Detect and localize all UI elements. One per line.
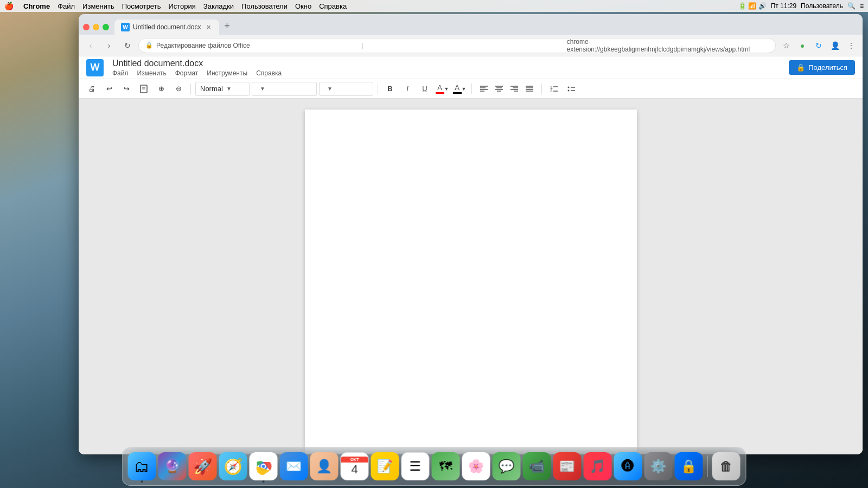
forward-button[interactable]: › (101, 38, 117, 53)
reload-button[interactable]: ↻ (120, 38, 135, 53)
align-group (476, 81, 537, 97)
menubar-view[interactable]: Посмотреть (122, 2, 161, 10)
font-color-indicator: A (436, 84, 444, 94)
print-button[interactable]: 🖨 (84, 81, 99, 97)
align-left-button[interactable] (476, 81, 492, 97)
menubar: 🍎 Chrome Файл Изменить Посмотреть Истори… (0, 0, 868, 12)
bold-button[interactable]: B (382, 81, 398, 97)
doc-title: Untitled document.docx (112, 59, 282, 68)
doc-menu-file[interactable]: Файл (112, 69, 129, 77)
dock-music[interactable]: 🎵 (584, 452, 612, 480)
doc-menu-tools[interactable]: Инструменты (207, 69, 247, 77)
maximize-button[interactable] (103, 24, 109, 30)
active-tab[interactable]: W Untitled document.docx ✕ (114, 20, 219, 35)
divider-1 (190, 84, 191, 94)
apple-menu[interactable]: 🍎 (4, 2, 14, 10)
extension-button[interactable]: ● (795, 38, 809, 53)
dock-trash[interactable]: 🗑 (712, 452, 741, 480)
dock-news[interactable]: 📰 (553, 452, 582, 480)
highlight-button[interactable]: A ▼ (452, 81, 467, 97)
menubar-search[interactable]: 🔍 (847, 2, 856, 10)
menubar-help[interactable]: Справка (319, 2, 347, 10)
menubar-chrome[interactable]: Chrome (23, 2, 50, 10)
toolbar: 🖨 ↩ ↪ ⊕ ⊖ Normal ▼ ▼ ▼ B I U (79, 79, 863, 99)
lock-icon: 🔒 (145, 42, 153, 49)
underline-button[interactable]: U (417, 81, 432, 97)
doc-menu: Файл Изменить Формат Инструменты Справка (112, 69, 282, 77)
dock-messages[interactable]: 💬 (493, 452, 521, 480)
share-icon: 🔒 (796, 63, 805, 72)
dock-maps[interactable]: 🗺 (432, 452, 460, 480)
doc-menu-format[interactable]: Формат (175, 69, 199, 77)
back-button[interactable]: ‹ (83, 38, 98, 53)
undo-button[interactable]: ↩ (101, 81, 117, 97)
style-select[interactable]: Normal ▼ (195, 82, 250, 96)
profile-button[interactable]: 👤 (828, 38, 842, 53)
url-text: | (361, 42, 563, 49)
font-color-arrow: ▼ (444, 86, 449, 92)
doc-page[interactable] (305, 110, 637, 454)
size-select[interactable]: ▼ (319, 82, 373, 96)
menubar-edit[interactable]: Изменить (82, 2, 114, 10)
svg-point-29 (262, 465, 265, 468)
menubar-control-center[interactable]: ≡ (860, 2, 864, 10)
dock-finder[interactable]: 🗂 (128, 452, 156, 480)
menubar-window[interactable]: Окно (295, 2, 311, 10)
dock-mail[interactable]: ✉️ (280, 452, 308, 480)
menubar-bookmarks[interactable]: Закладки (203, 2, 234, 10)
unordered-list-button[interactable] (564, 81, 579, 97)
menubar-people[interactable]: Пользователи (241, 2, 288, 10)
menu-button[interactable]: ⋮ (844, 38, 858, 53)
font-select-arrow: ▼ (260, 86, 265, 92)
tab-bar: W Untitled document.docx ✕ + (79, 14, 863, 35)
doc-menu-help[interactable]: Справка (256, 69, 282, 77)
doc-title-section: Untitled document.docx Файл Изменить Фор… (112, 59, 282, 77)
font-select[interactable]: ▼ (252, 82, 317, 96)
doc-canvas-area[interactable] (79, 99, 863, 454)
minimize-button[interactable] (93, 24, 99, 30)
address-input[interactable]: 🔒 Редактирование файлов Office | chrome-… (138, 38, 776, 53)
dock-contacts[interactable]: 👤 (310, 452, 339, 480)
page-view-button[interactable] (136, 81, 151, 97)
align-center-button[interactable] (492, 81, 507, 97)
dock-chrome[interactable] (250, 452, 278, 480)
style-select-arrow: ▼ (226, 86, 232, 92)
dock-facetime[interactable]: 📹 (523, 452, 551, 480)
traffic-lights (83, 24, 109, 35)
justify-button[interactable] (522, 81, 537, 97)
italic-button[interactable]: I (400, 81, 415, 97)
font-color-button[interactable]: A ▼ (435, 81, 450, 97)
svg-text:2.: 2. (550, 89, 553, 93)
redo-button[interactable]: ↪ (119, 81, 134, 97)
menubar-history[interactable]: История (168, 2, 195, 10)
dock: 🗂 🔮 🚀 🧭 ✉️ 👤 ОКТ 4 📝 ☰ 🗺 🌸 💬 📹 📰 🎵 🅐 ⚙️ … (122, 447, 746, 486)
svg-point-25 (568, 89, 570, 91)
new-tab-button[interactable]: + (219, 18, 234, 34)
address-actions: ☆ ● ↻ 👤 ⋮ (779, 38, 858, 53)
tab-favicon: W (121, 23, 130, 31)
highlight-indicator: A (453, 84, 462, 94)
zoom-in-button[interactable]: ⊕ (154, 81, 169, 97)
share-button[interactable]: 🔒 Поделиться (789, 60, 855, 75)
bookmark-button[interactable]: ☆ (779, 38, 793, 53)
dock-launchpad[interactable]: 🚀 (189, 452, 217, 480)
zoom-out-button[interactable]: ⊖ (171, 81, 186, 97)
dock-siri[interactable]: 🔮 (158, 452, 187, 480)
address-bar: ‹ › ↻ 🔒 Редактирование файлов Office | c… (79, 35, 863, 56)
doc-menu-edit[interactable]: Изменить (137, 69, 167, 77)
dock-system-prefs[interactable]: ⚙️ (644, 452, 673, 480)
menubar-file[interactable]: Файл (58, 2, 75, 10)
dock-appstore[interactable]: 🅐 (614, 452, 642, 480)
tab-close-button[interactable]: ✕ (204, 23, 213, 31)
dock-security[interactable]: 🔒 (675, 452, 703, 480)
dock-reminders[interactable]: ☰ (401, 452, 430, 480)
ordered-list-button[interactable]: 1.2. (546, 81, 561, 97)
dock-notes[interactable]: 📝 (371, 452, 399, 480)
divider-3 (471, 84, 472, 94)
sync-button[interactable]: ↻ (812, 38, 826, 53)
close-button[interactable] (83, 24, 90, 30)
align-right-button[interactable] (507, 81, 522, 97)
dock-photos[interactable]: 🌸 (462, 452, 490, 480)
dock-calendar[interactable]: ОКТ 4 (341, 452, 369, 480)
dock-safari[interactable]: 🧭 (219, 452, 247, 480)
